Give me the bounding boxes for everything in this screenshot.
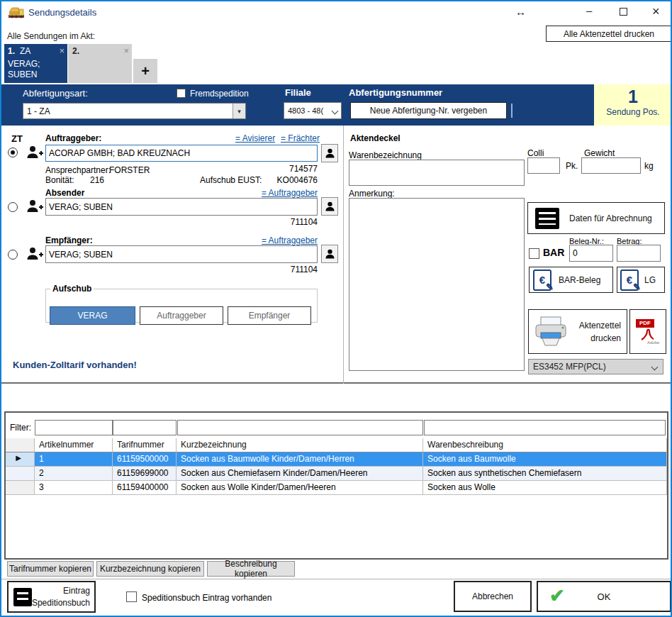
empfaenger-contact-button[interactable] <box>321 245 338 263</box>
absender-label: Absender <box>45 188 84 198</box>
tab-sendung-1[interactable]: 1. ZA × VERAG; SUBEN <box>4 44 67 83</box>
cell-warenbeschreibung: Socken aus Baumwolle <box>423 452 667 467</box>
printer-chevron-icon[interactable] <box>652 362 657 372</box>
bar-label: BAR <box>543 247 564 258</box>
col-kurzbezeichnung[interactable]: Kurzbezeichnung <box>177 438 423 452</box>
row-selector-icon: ▶ <box>6 452 35 467</box>
pdf-button[interactable]: PDF Adobe <box>629 309 666 354</box>
resize-icon[interactable]: ↔ <box>515 6 526 18</box>
col-tarifnummer[interactable]: Tarifnummer <box>113 438 177 452</box>
daten-abrechnung-button[interactable]: Daten für Abrechnung <box>527 202 665 234</box>
cell-artikelnummer: 2 <box>35 467 113 481</box>
absender-contact-button[interactable] <box>321 197 338 216</box>
warenbezeichnung-label: Warenbezeichnung <box>349 150 422 160</box>
alle-aktenzettel-drucken-button[interactable]: Alle Aktenzettel drucken <box>546 26 672 42</box>
ok-button[interactable]: ✔ OK <box>537 581 671 612</box>
add-sendung-tab-button[interactable]: + <box>133 59 157 83</box>
colli-input[interactable] <box>527 157 560 174</box>
filiale-chevron-icon[interactable] <box>332 106 337 116</box>
gewicht-input[interactable] <box>581 157 641 174</box>
row-selector-cell <box>6 467 35 481</box>
beleg-nr-input[interactable] <box>569 245 613 262</box>
lg-label: LG <box>644 275 656 285</box>
empfaenger-id: 711104 <box>278 265 318 274</box>
col-warenbeschreibung[interactable]: Warenbeschreibung <box>423 438 667 452</box>
tab2-close-icon[interactable]: × <box>123 45 129 56</box>
daten-abrechnung-label: Daten für Abrechnung <box>569 213 652 223</box>
abfertigungsart-dropdown-icon[interactable]: ▾ <box>233 104 245 118</box>
empfaenger-input[interactable] <box>45 245 318 263</box>
absender-input[interactable] <box>45 198 318 216</box>
zt-label: ZT <box>11 133 23 144</box>
lg-button[interactable]: € ✎ LG <box>617 267 665 293</box>
tab1-close-icon[interactable]: × <box>59 45 65 56</box>
anmerkung-label: Anmerkung: <box>349 189 395 199</box>
anmerkung-input[interactable] <box>349 198 525 371</box>
grid-header-row: Artikelnummer Tarifnummer Kurzbezeichnun… <box>6 438 667 452</box>
auftraggeber-radio[interactable] <box>8 148 18 157</box>
tab1-party2: SUBEN <box>8 70 37 79</box>
neue-abfertigung-nr-button[interactable]: Neue Abfertigung-Nr. vergeben <box>350 102 507 119</box>
filiale-select[interactable]: 4803 - 48( <box>284 102 342 119</box>
aufschub-empfaenger-button[interactable]: Empfänger <box>228 306 311 325</box>
eintrag-speditionsbuch-button[interactable]: Eintrag Speditionsbuch <box>7 581 96 613</box>
abbrechen-button[interactable]: Abbrechen <box>454 581 532 612</box>
auftraggeber-contact-button[interactable] <box>321 144 338 162</box>
table-row[interactable]: 3 61159400000 Socken aus Wolle Kinder/Da… <box>6 481 667 495</box>
aufschub-verag-button[interactable]: VERAG <box>50 306 135 325</box>
empfaenger-person-add-icon[interactable] <box>26 245 44 262</box>
filter-warenbeschreibung-input[interactable] <box>424 420 666 435</box>
maximize-icon[interactable] <box>620 8 627 16</box>
aktenzettel-drucken-button[interactable]: Aktenzettel drucken <box>528 309 627 354</box>
ansprechpartner-label: Ansprechpartner: <box>45 165 111 175</box>
colli-unit: Pk. <box>566 161 578 171</box>
list-icon <box>13 588 32 606</box>
aufschub-group-label: Aufschub <box>50 284 94 294</box>
absender-radio[interactable] <box>8 202 18 212</box>
aktenzettel-label-1: Aktenzettel <box>579 321 621 330</box>
filter-tarifnummer-input[interactable] <box>113 420 177 435</box>
absender-auftraggeber-link[interactable]: = Auftraggeber <box>250 188 318 198</box>
sendung-pos-panel: 1 Sendung Pos. <box>594 84 672 126</box>
cell-artikelnummer: 1 <box>35 452 113 467</box>
betrag-input[interactable] <box>617 245 661 262</box>
auftraggeber-input[interactable] <box>45 145 318 162</box>
empfaenger-auftraggeber-link[interactable]: = Auftraggeber <box>250 235 318 245</box>
cell-tarifnummer: 61159400000 <box>113 481 177 495</box>
tab-sendung-2[interactable]: 2. × <box>68 44 132 83</box>
tarifnummer-kopieren-button[interactable]: Tarifnummer kopieren <box>7 561 94 577</box>
sendung-pos-label: Sendung Pos. <box>594 107 672 117</box>
table-row[interactable]: ▶ 1 61159500000 Socken aus Baumwolle Kin… <box>6 452 667 467</box>
footer-divider <box>1 579 671 579</box>
table-row[interactable]: 2 61159699000 Socken aus Chemiefasern Ki… <box>6 467 667 481</box>
ok-check-icon: ✔ <box>549 585 565 607</box>
avisierer-link[interactable]: = Avisierer <box>235 133 275 143</box>
printer-select[interactable]: ES3452 MFP(PCL) <box>528 359 663 374</box>
bar-checkbox[interactable] <box>529 248 539 259</box>
fremdspedition-checkbox[interactable] <box>177 89 186 98</box>
aufschub-group: Aufschub VERAG Auftraggeber Empfänger <box>45 284 318 323</box>
speditionsbuch-checkbox[interactable] <box>126 591 137 602</box>
empfaenger-radio[interactable] <box>8 250 18 260</box>
kurzbezeichnung-kopieren-button[interactable]: Kurzbezeichnung kopieren <box>96 561 204 577</box>
bar-beleg-button[interactable]: € ✎ BAR-Beleg <box>529 267 613 293</box>
minimize-icon[interactable]: – <box>586 4 592 16</box>
close-icon[interactable]: × <box>652 4 660 19</box>
aufschub-auftraggeber-button[interactable]: Auftraggeber <box>140 306 223 325</box>
fraechter-link[interactable]: = Frächter <box>281 133 320 143</box>
speditionsbuch-label-2: Speditionsbuch <box>32 598 90 608</box>
filter-artikelnummer-input[interactable] <box>35 420 113 435</box>
filter-kurzbezeichnung-input[interactable] <box>177 420 423 435</box>
col-artikelnummer[interactable]: Artikelnummer <box>35 438 113 452</box>
aktenzettel-label-2: drucken <box>590 333 621 343</box>
warenbezeichnung-input[interactable] <box>349 160 525 186</box>
tab2-index: 2. <box>72 46 79 56</box>
absender-person-add-icon[interactable] <box>26 198 44 215</box>
filiale-value: 4803 - 48( <box>284 106 332 115</box>
abfertigungsart-select[interactable]: 1 - ZA ▾ <box>23 103 246 119</box>
beschreibung-kopieren-button[interactable]: Beschreibung kopieren <box>207 561 295 577</box>
bonitaet-value: 216 <box>90 175 104 185</box>
aufschub-eust-value: KO004676 <box>271 175 318 185</box>
auftraggeber-person-add-icon[interactable] <box>26 144 44 161</box>
person-icon <box>324 147 336 160</box>
